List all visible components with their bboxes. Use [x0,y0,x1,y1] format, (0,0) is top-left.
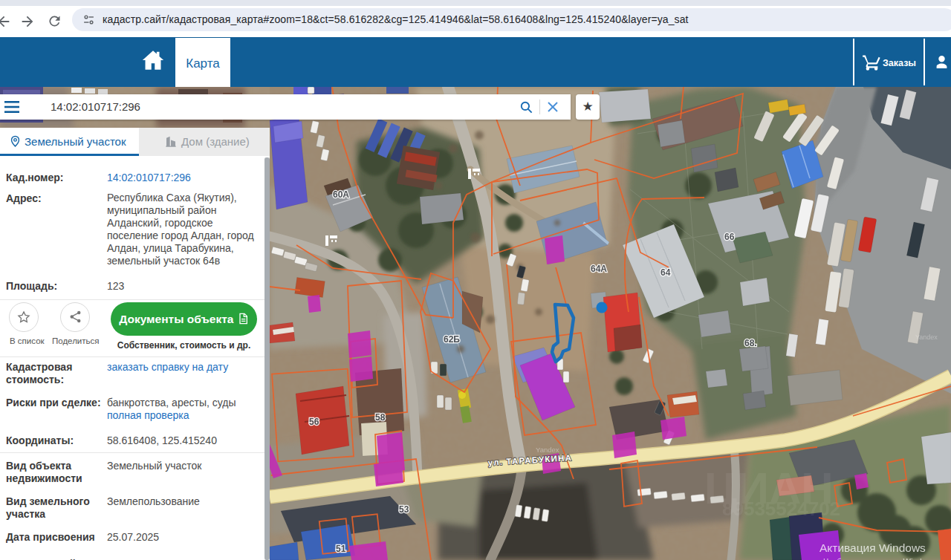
svg-text:66: 66 [724,232,735,242]
svg-text:Yandex: Yandex [536,446,559,454]
svg-text:56: 56 [309,417,319,427]
svg-text:64: 64 [660,267,671,278]
svg-text:53: 53 [399,504,409,515]
svg-text:62Б: 62Б [444,334,460,345]
svg-text:68.: 68. [744,338,757,348]
svg-text:64А: 64А [591,264,607,274]
svg-text:Чтобы активировать Windows, пе: Чтобы активировать Windows, перейдите [823,557,951,560]
svg-text:58: 58 [375,412,386,423]
svg-text:Yandex: Yandex [915,333,938,341]
svg-text:60А: 60А [333,189,349,200]
svg-text:Активация Windows: Активация Windows [819,541,926,554]
svg-text:89535524702: 89535524702 [722,498,840,520]
svg-text:51: 51 [336,544,346,554]
